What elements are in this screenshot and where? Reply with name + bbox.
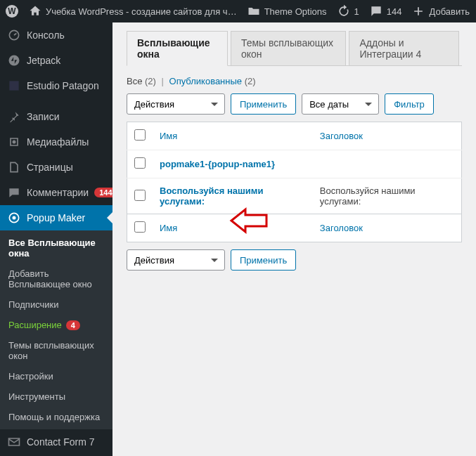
submenu-add-popup[interactable]: Добавить Всплывающее окно [0,263,112,294]
submenu-tools[interactable]: Инструменты [0,386,112,407]
theme-options-link[interactable]: Theme Options [247,4,327,18]
home-icon [28,4,42,18]
plus-icon [411,4,425,18]
wordpress-icon: W [6,5,18,18]
refresh-icon [337,4,351,18]
menu-comments[interactable]: Комментарии 144 [0,180,112,205]
menu-posts[interactable]: Записи [0,104,112,129]
table-row: Воспользуйся нашими услугами: Воспользуй… [127,178,462,214]
filter-button[interactable]: Фильтр [385,93,434,115]
submenu-help[interactable]: Помощь и поддержка [0,407,112,429]
submenu-all-popups[interactable]: Все Всплывающие окна [0,230,112,263]
submenu-settings[interactable]: Настройки [0,366,112,386]
submenu-themes[interactable]: Темы всплывающих окон [0,335,112,366]
menu-pages-label: Страницы [27,162,73,173]
select-all-header [127,122,153,150]
menu-jetpack-label: Jetpack [27,55,60,66]
pin-icon [7,110,21,124]
bottom-actions-row: Действия Применить [127,249,462,271]
theme-options-label: Theme Options [264,6,327,17]
row-name-link[interactable]: Воспользуйся нашими услугами: [160,185,263,207]
table-row: popmake1-{popup-name1} [127,150,462,178]
updates-count: 1 [354,6,359,17]
menu-estudio-label: Estudio Patagon [27,80,99,91]
column-name-header[interactable]: Имя [153,122,313,150]
svg-point-5 [13,216,16,220]
row-title-cell: Воспользуйся нашими услугами: [313,178,462,214]
row-checkbox[interactable] [134,157,146,169]
mail-icon [7,435,21,449]
comments-count: 144 [387,6,402,17]
date-filter-select[interactable]: Все даты [302,93,379,115]
svg-point-1 [9,56,20,66]
comments-link[interactable]: 144 [369,4,402,18]
menu-contact-form[interactable]: Contact Form 7 [0,429,112,455]
comments-icon [7,185,21,200]
column-title-header[interactable]: Заголовок [313,122,462,150]
filter-published-link[interactable]: Опубликованные [169,76,243,86]
add-new-label: Добавить [429,6,469,17]
site-home-link[interactable]: Учебка WordPress - создание сайтов для ч… [28,4,237,18]
estudio-icon [7,79,21,93]
column-name-footer[interactable]: Имя [153,214,313,242]
select-all-checkbox-footer[interactable] [134,221,146,233]
filter-published-count: (2) [245,76,256,86]
menu-pages[interactable]: Страницы [0,155,112,180]
row-checkbox[interactable] [134,190,146,201]
apply-button[interactable]: Применить [231,93,296,115]
filter-all-label: Все [127,76,142,86]
menu-popup-maker-label: Popup Maker [27,212,85,223]
row-title-cell [313,150,462,178]
popup-icon [7,211,21,225]
filter-all-count: (2) [145,76,156,86]
select-all-footer [127,214,153,242]
popup-maker-submenu: Все Всплывающие окна Добавить Всплывающе… [0,230,112,429]
menu-media[interactable]: Медиафайлы [0,129,112,155]
media-icon [7,135,21,149]
svg-rect-2 [9,81,18,90]
tab-themes[interactable]: Темы всплывающих окон [231,31,347,66]
content-tabs: Всплывающие окна Темы всплывающих окон А… [127,31,462,66]
folder-icon [247,4,261,18]
dashboard-icon [7,28,21,42]
wp-logo[interactable]: W [6,5,18,18]
content-area: Всплывающие окна Темы всплывающих окон А… [112,22,476,456]
jetpack-icon [7,53,21,67]
menu-posts-label: Записи [27,111,59,122]
admin-sidebar: Консоль Jetpack Estudio Patagon Записи М… [0,22,112,456]
tab-popups[interactable]: Всплывающие окна [127,31,228,66]
apply-button-bottom[interactable]: Применить [231,249,296,271]
select-all-checkbox[interactable] [134,129,146,141]
page-icon [7,160,21,174]
row-name-link[interactable]: popmake1-{popup-name1} [160,159,275,169]
menu-contact-form-label: Contact Form 7 [27,436,94,448]
updates-link[interactable]: 1 [337,4,359,18]
column-title-footer[interactable]: Заголовок [313,214,462,242]
tab-addons[interactable]: Аддоны и Интеграции 4 [349,31,459,66]
comment-icon [369,4,383,18]
site-title: Учебка WordPress - создание сайтов для ч… [46,6,237,17]
svg-point-3 [13,141,16,144]
admin-toolbar: W Учебка WordPress - создание сайтов для… [0,0,476,22]
menu-popup-maker[interactable]: Popup Maker [0,205,112,230]
extend-badge: 4 [66,320,80,330]
menu-estudio[interactable]: Estudio Patagon [0,73,112,98]
submenu-extend[interactable]: Расширение 4 [0,315,112,335]
menu-console-label: Консоль [27,30,65,41]
bulk-action-select[interactable]: Действия [127,93,225,115]
submenu-subscribers[interactable]: Подписчики [0,294,112,315]
popups-table: Имя Заголовок popmake1-{popup-name1} Вос… [127,122,462,242]
top-actions-row: Действия Применить Все даты Фильтр [127,93,462,115]
menu-comments-label: Комментарии [27,187,89,198]
status-filters: Все (2) | Опубликованные (2) [127,76,462,86]
submenu-extend-label: Расширение [8,320,62,330]
menu-console[interactable]: Консоль [0,22,112,48]
menu-media-label: Медиафайлы [27,136,89,148]
bulk-action-select-bottom[interactable]: Действия [127,249,225,271]
add-new-link[interactable]: Добавить [411,4,469,18]
menu-jetpack[interactable]: Jetpack [0,48,112,73]
